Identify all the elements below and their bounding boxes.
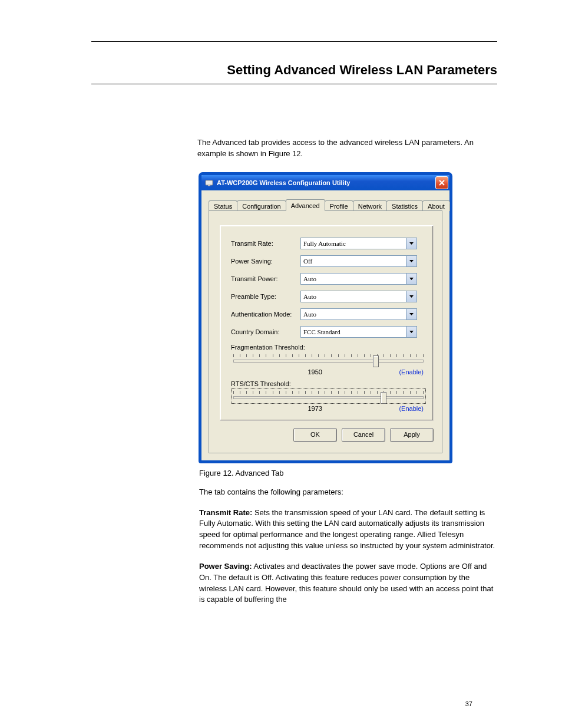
label-transmit-power: Transmit Power: xyxy=(231,275,300,282)
slider-ticks xyxy=(233,391,424,394)
slider-rail xyxy=(233,360,424,363)
chevron-down-icon[interactable] xyxy=(406,309,416,319)
slider-rail xyxy=(233,396,424,399)
body-paragraph-3: Power Saving: Activates and deactivates … xyxy=(199,561,497,605)
tab-about[interactable]: About xyxy=(422,200,450,211)
frag-value: 1950 xyxy=(231,368,399,375)
chapter-title: Setting Advanced Wireless LAN Parameters xyxy=(91,62,497,78)
window-title: AT-WCP200G Wireless Configuration Utilit… xyxy=(217,179,435,186)
tab-profile[interactable]: Profile xyxy=(325,200,353,211)
combo-value: Auto xyxy=(303,311,316,318)
label-transmit-rate: Transmit Rate: xyxy=(231,240,300,247)
row-preamble-type: Preamble Type: Auto xyxy=(231,291,426,302)
tab-strip: Status Configuration Advanced Profile Ne… xyxy=(209,199,442,211)
intro-paragraph: The Advanced tab provides access to the … xyxy=(197,137,497,160)
dialog-window: AT-WCP200G Wireless Configuration Utilit… xyxy=(199,173,452,463)
row-country-domain: Country Domain: FCC Standard xyxy=(231,326,426,338)
chevron-down-icon[interactable] xyxy=(406,291,416,302)
combo-value: Auto xyxy=(303,293,316,300)
titlebar[interactable]: AT-WCP200G Wireless Configuration Utilit… xyxy=(201,175,449,190)
tab-network[interactable]: Network xyxy=(353,200,387,211)
slider-thumb[interactable] xyxy=(381,392,386,404)
combo-country-domain[interactable]: FCC Standard xyxy=(300,326,417,338)
row-power-saving: Power Saving: Off xyxy=(231,255,426,267)
chevron-down-icon[interactable] xyxy=(406,256,416,266)
row-transmit-power: Transmit Power: Auto xyxy=(231,273,426,285)
cancel-button[interactable]: Cancel xyxy=(342,428,385,442)
row-transmit-rate: Transmit Rate: Fully Automatic xyxy=(231,238,426,249)
label-country-domain: Country Domain: xyxy=(231,328,300,335)
combo-auth-mode[interactable]: Auto xyxy=(300,308,417,320)
combo-value: Off xyxy=(303,258,312,265)
combo-transmit-rate[interactable]: Fully Automatic xyxy=(300,238,417,249)
label-auth-mode: Authentication Mode: xyxy=(231,311,300,318)
svg-rect-1 xyxy=(208,185,210,186)
label-power-saving: Power Saving: xyxy=(231,258,300,265)
rts-value: 1973 xyxy=(231,405,399,412)
tab-status[interactable]: Status xyxy=(209,200,237,211)
close-button[interactable] xyxy=(435,176,448,189)
tab-configuration[interactable]: Configuration xyxy=(237,200,286,211)
term-transmit-rate: Transmit Rate: xyxy=(199,508,252,517)
tab-advanced[interactable]: Advanced xyxy=(286,199,325,211)
rts-enable-link[interactable]: (Enable) xyxy=(399,405,424,412)
tab-panel: Transmit Rate: Fully Automatic Power Sav… xyxy=(209,210,442,453)
ok-button[interactable]: OK xyxy=(293,428,337,442)
tab-statistics[interactable]: Statistics xyxy=(386,200,423,211)
row-auth-mode: Authentication Mode: Auto xyxy=(231,308,426,320)
combo-power-saving[interactable]: Off xyxy=(300,255,417,267)
slider-rts[interactable] xyxy=(231,388,426,404)
label-fragmentation: Fragmentation Threshold: xyxy=(231,344,426,351)
combo-preamble-type[interactable]: Auto xyxy=(300,291,417,302)
chapter-rule xyxy=(91,84,497,84)
body-paragraph-2: Transmit Rate: Sets the transmission spe… xyxy=(199,508,497,552)
slider-thumb[interactable] xyxy=(373,355,379,367)
label-rts: RTS/CTS Threshold: xyxy=(231,380,426,387)
app-icon xyxy=(205,179,213,187)
apply-button[interactable]: Apply xyxy=(390,428,434,442)
combo-value: Fully Automatic xyxy=(303,240,346,247)
slider-ticks xyxy=(233,354,424,358)
combo-value: Auto xyxy=(303,275,316,282)
page-number: 37 xyxy=(465,700,472,707)
figure-caption: Figure 12. Advanced Tab xyxy=(199,469,497,477)
svg-rect-0 xyxy=(206,180,213,185)
combo-value: FCC Standard xyxy=(303,328,340,335)
chevron-down-icon[interactable] xyxy=(406,274,416,284)
term-power-saving: Power Saving: xyxy=(199,562,252,571)
combo-transmit-power[interactable]: Auto xyxy=(300,273,417,285)
body-paragraph-1: The tab contains the following parameter… xyxy=(199,487,497,498)
frag-enable-link[interactable]: (Enable) xyxy=(399,368,424,375)
label-preamble-type: Preamble Type: xyxy=(231,293,300,300)
chevron-down-icon[interactable] xyxy=(406,238,416,249)
top-rule xyxy=(91,41,497,42)
slider-fragmentation[interactable] xyxy=(231,352,426,367)
chevron-down-icon[interactable] xyxy=(406,327,416,337)
